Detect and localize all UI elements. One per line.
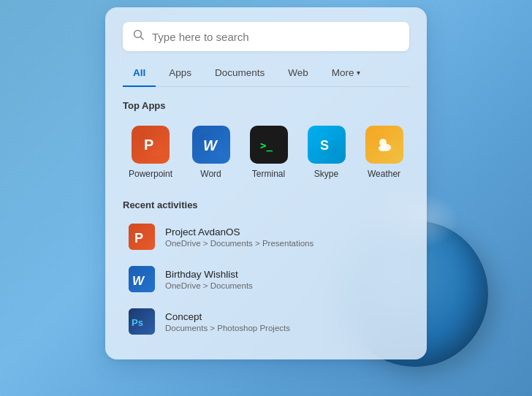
recent-icon-word: W [129, 266, 155, 292]
recent-info-2: Concept Documents > Photoshop Projects [165, 311, 290, 332]
app-item-skype[interactable]: S Skype [301, 121, 352, 183]
svg-text:W: W [132, 274, 145, 288]
app-label-powerpoint: Powerpoint [129, 169, 172, 179]
recent-name-2: Concept [165, 311, 290, 322]
weather-icon [365, 126, 403, 164]
tabs-bar: All Apps Documents Web More ▾ [123, 63, 409, 87]
skype-icon: S [308, 126, 346, 164]
tab-all[interactable]: All [123, 63, 156, 87]
recent-activities-list: P Project AvdanOS OneDrive > Documents >… [123, 219, 409, 339]
svg-text:P: P [144, 137, 153, 153]
search-input[interactable] [152, 31, 399, 43]
tab-web[interactable]: Web [278, 63, 319, 87]
app-item-weather[interactable]: Weather [359, 121, 409, 183]
recent-info-1: Birthday Wishlist OneDrive > Documents [165, 269, 253, 290]
app-item-word[interactable]: W Word [186, 121, 236, 183]
app-label-terminal: Terminal [252, 169, 285, 179]
recent-name-0: Project AvdanOS [165, 226, 314, 237]
app-label-word: Word [200, 169, 221, 179]
recent-item-2[interactable]: Ps Concept Documents > Photoshop Project… [123, 304, 409, 339]
recent-item-1[interactable]: W Birthday Wishlist OneDrive > Documents [123, 262, 409, 297]
top-apps-title: Top Apps [123, 100, 409, 111]
app-item-terminal[interactable]: >_ Terminal [243, 121, 294, 183]
recent-path-0: OneDrive > Documents > Presentations [165, 239, 314, 248]
app-label-skype: Skype [314, 169, 338, 179]
recent-name-1: Birthday Wishlist [165, 269, 253, 280]
tab-apps[interactable]: Apps [159, 63, 202, 87]
terminal-icon: >_ [250, 126, 288, 164]
word-icon: W [192, 126, 230, 164]
search-bar[interactable] [123, 22, 409, 51]
svg-point-13 [379, 145, 386, 151]
recent-activities-title: Recent activities [123, 199, 409, 210]
recent-info-0: Project AvdanOS OneDrive > Documents > P… [165, 226, 314, 248]
apps-grid: P Powerpoint W Word [123, 121, 409, 183]
svg-text:>_: >_ [260, 140, 273, 152]
recent-path-2: Documents > Photoshop Projects [165, 324, 290, 332]
tab-more[interactable]: More ▾ [322, 63, 370, 87]
chevron-down-icon: ▾ [357, 69, 360, 77]
recent-icon-ppt: P [129, 224, 155, 250]
recent-icon-psd: Ps [129, 308, 155, 335]
recent-item-0[interactable]: P Project AvdanOS OneDrive > Documents >… [123, 219, 409, 254]
svg-text:S: S [320, 138, 329, 153]
app-item-powerpoint[interactable]: P Powerpoint [123, 121, 178, 183]
tab-documents[interactable]: Documents [205, 63, 275, 87]
powerpoint-icon: P [132, 126, 170, 164]
app-label-weather: Weather [368, 169, 400, 179]
search-icon [133, 29, 145, 44]
svg-text:W: W [203, 137, 218, 153]
recent-path-1: OneDrive > Documents [165, 281, 253, 290]
svg-line-1 [141, 37, 144, 40]
svg-text:Ps: Ps [132, 317, 143, 328]
search-panel: All Apps Documents Web More ▾ Top Apps [105, 7, 427, 359]
svg-text:P: P [134, 231, 143, 245]
